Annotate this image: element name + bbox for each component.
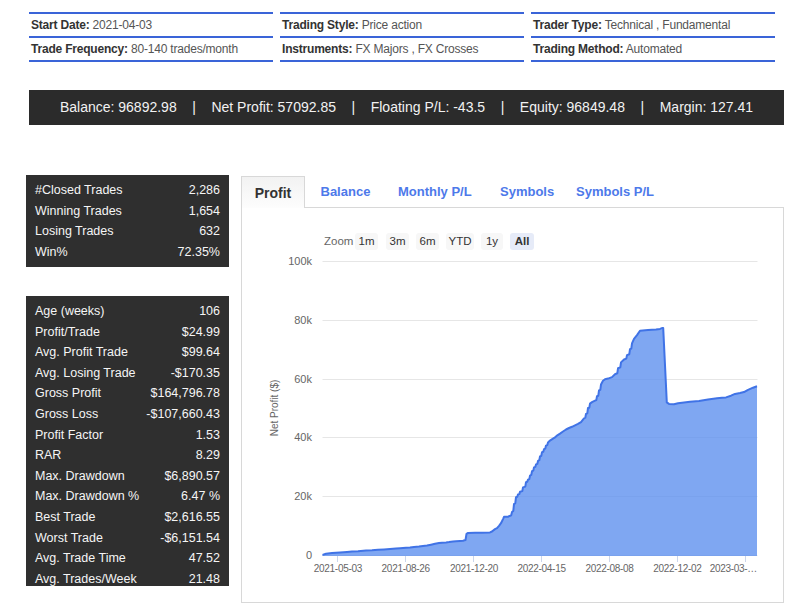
- svg-text:2021-08-26: 2021-08-26: [382, 563, 431, 574]
- svg-text:2022-08-08: 2022-08-08: [585, 563, 634, 574]
- svg-text:2022-12-02: 2022-12-02: [653, 563, 702, 574]
- svg-text:80k: 80k: [294, 314, 312, 326]
- svg-text:100k: 100k: [288, 255, 312, 267]
- svg-text:40k: 40k: [294, 431, 312, 443]
- svg-text:2022-04-15: 2022-04-15: [518, 563, 567, 574]
- svg-text:20k: 20k: [294, 490, 312, 502]
- svg-text:Net Profit ($): Net Profit ($): [269, 380, 280, 437]
- svg-text:2021-05-03: 2021-05-03: [314, 563, 363, 574]
- svg-text:0: 0: [306, 549, 312, 561]
- svg-text:60k: 60k: [294, 373, 312, 385]
- svg-text:2021-12-20: 2021-12-20: [450, 563, 499, 574]
- svg-text:2023-03-…: 2023-03-…: [710, 563, 757, 574]
